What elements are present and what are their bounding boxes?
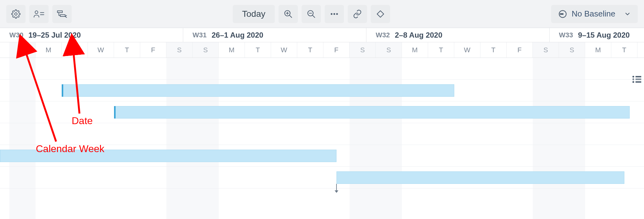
- week-number: W30: [9, 31, 23, 39]
- day-header: S: [376, 42, 402, 58]
- week-header: W3019–25 Jul 2020: [0, 28, 183, 42]
- gantt-timeline: W3019–25 Jul 2020W3126–1 Aug 2020W322–8 …: [0, 28, 644, 219]
- zoom-in-icon: [284, 9, 293, 19]
- gantt-bar[interactable]: [114, 106, 630, 119]
- svg-point-15: [336, 13, 338, 15]
- week-range: 9–15 Aug 2020: [578, 31, 630, 40]
- day-header: S: [559, 42, 585, 58]
- week-number: W31: [193, 31, 207, 39]
- task-row: [0, 58, 644, 80]
- svg-rect-5: [60, 15, 65, 16]
- gantt-toolbar: Today: [0, 0, 644, 28]
- baseline-dropdown[interactable]: No Baseline: [551, 5, 638, 23]
- week-header: W3126–1 Aug 2020: [183, 28, 366, 42]
- day-header: W: [454, 42, 480, 58]
- today-button[interactable]: Today: [233, 5, 275, 23]
- more-button[interactable]: [325, 5, 344, 23]
- day-header: F: [140, 42, 166, 58]
- day-header: F: [507, 42, 533, 58]
- svg-rect-18: [560, 13, 563, 15]
- zoom-out-button[interactable]: [302, 5, 321, 23]
- day-header: F: [323, 42, 350, 58]
- day-header: T: [297, 42, 323, 58]
- day-header: T: [114, 42, 140, 58]
- link-icon: [353, 9, 362, 19]
- day-header: T: [480, 42, 507, 58]
- day-header: M: [402, 42, 428, 58]
- ellipsis-icon: [330, 9, 339, 19]
- hierarchy-icon: [57, 10, 67, 18]
- day-header: W: [88, 42, 114, 58]
- gear-icon: [11, 9, 21, 19]
- day-header: S: [533, 42, 559, 58]
- day-header-row: SMTWTFSSMTWTFSSMTWTFSSMTWTFS: [0, 42, 644, 58]
- chevron-down-icon: [624, 11, 631, 17]
- svg-line-11: [312, 15, 315, 17]
- zoom-out-icon: [307, 9, 316, 19]
- week-range: 2–8 Aug 2020: [395, 31, 442, 40]
- week-range: 19–25 Jul 2020: [28, 31, 81, 40]
- svg-point-13: [331, 13, 332, 15]
- week-number: W32: [376, 31, 390, 39]
- week-header: W339–15 Aug 2020: [550, 28, 644, 42]
- task-row: [0, 145, 644, 167]
- day-header: S: [9, 42, 36, 58]
- dependency-button[interactable]: [348, 5, 367, 23]
- gantt-bar[interactable]: [0, 150, 336, 162]
- day-header: T: [245, 42, 271, 58]
- day-header: S: [193, 42, 219, 58]
- zoom-in-button[interactable]: [279, 5, 298, 23]
- day-header: W: [637, 42, 644, 58]
- milestone-button[interactable]: [371, 5, 390, 23]
- svg-rect-4: [57, 11, 62, 12]
- svg-point-0: [15, 13, 17, 15]
- bar-start-marker: [114, 106, 116, 119]
- svg-point-14: [333, 13, 335, 15]
- week-range: 26–1 Aug 2020: [212, 31, 263, 40]
- diamond-icon: [376, 9, 385, 19]
- task-row: [0, 101, 644, 123]
- gantt-bar[interactable]: [62, 84, 454, 97]
- day-header: M: [36, 42, 62, 58]
- day-header: T: [428, 42, 454, 58]
- week-header: W322–8 Aug 2020: [366, 28, 550, 42]
- svg-point-1: [35, 11, 38, 13]
- gantt-bar[interactable]: [336, 171, 624, 184]
- task-row: [0, 167, 644, 189]
- person-list-icon: [34, 9, 44, 19]
- day-header: W: [271, 42, 297, 58]
- day-header: M: [585, 42, 611, 58]
- week-number: W33: [559, 31, 573, 39]
- day-header: T: [611, 42, 637, 58]
- task-row: [0, 123, 644, 145]
- settings-button[interactable]: [6, 5, 26, 23]
- day-header: M: [219, 42, 245, 58]
- expand-collapse-button[interactable]: [52, 5, 72, 23]
- svg-rect-16: [377, 11, 384, 17]
- baseline-icon: [558, 9, 567, 19]
- baseline-label: No Baseline: [572, 9, 615, 19]
- svg-line-7: [289, 15, 292, 17]
- day-header: S: [350, 42, 376, 58]
- gantt-body[interactable]: [0, 58, 644, 219]
- day-header: S: [166, 42, 193, 58]
- today-label: Today: [242, 9, 265, 19]
- day-header: T: [62, 42, 88, 58]
- week-header-row: W3019–25 Jul 2020W3126–1 Aug 2020W322–8 …: [0, 28, 644, 42]
- resource-view-button[interactable]: [29, 5, 49, 23]
- bar-start-marker: [62, 84, 63, 97]
- task-row: [0, 80, 644, 101]
